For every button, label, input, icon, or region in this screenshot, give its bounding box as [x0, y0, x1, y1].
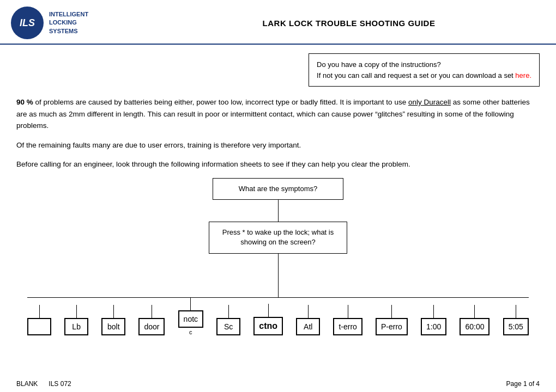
info-box-wrapper: Do you have a copy of the instructions? …	[16, 53, 540, 87]
branch-item-12: 5:05	[503, 305, 529, 335]
content-area: Do you have a copy of the instructions? …	[0, 45, 556, 344]
branch-box-12: 5:05	[503, 318, 529, 335]
branch-stem-8	[348, 305, 348, 318]
branch-box-6: ctno	[253, 317, 283, 335]
page-title: LARK LOCK TROUBLE SHOOTING GUIDE	[153, 19, 545, 28]
branch-area: LbboltdoornotccScctnoAtlt-erroP-erro1:00…	[16, 297, 540, 335]
branch-box-5: Sc	[216, 318, 240, 335]
p1-bold: 90 %	[16, 98, 33, 106]
branch-stem-3	[152, 305, 152, 318]
paragraph-3: Before calling for an engineer, look thr…	[16, 158, 540, 170]
logo-area: ILS INTELLIGENT LOCKING SYSTEMS	[11, 7, 153, 39]
branch-item-3: door	[138, 305, 165, 335]
branch-stem-7	[308, 305, 309, 318]
footer-doc-number: ILS 072	[49, 380, 71, 388]
branch-box-1: Lb	[64, 318, 88, 335]
branch-box-2: bolt	[101, 318, 125, 335]
flow-connector-1	[278, 200, 279, 222]
branch-stem-1	[76, 305, 77, 318]
branch-item-7: Atl	[296, 305, 320, 335]
branch-stem-12	[516, 305, 516, 318]
flowchart-box2: Press * to wake up the lock; what is sho…	[209, 222, 347, 253]
company-name: INTELLIGENT LOCKING SYSTEMS	[49, 10, 88, 35]
branch-stem-2	[113, 305, 114, 318]
branch-items-row: LbboltdoornotccScctnoAtlt-erroP-erro1:00…	[16, 297, 540, 335]
branch-stem-4	[190, 297, 191, 310]
flowchart-box1: What are the symptoms?	[213, 178, 343, 200]
branch-box-9: P-erro	[376, 318, 408, 335]
branch-box-10: 1:00	[421, 318, 446, 335]
logo-circle: ILS	[11, 7, 44, 39]
branch-item-9: P-erro	[376, 305, 408, 335]
branch-item-4: notcc	[178, 297, 203, 335]
branch-sublabel-4: c	[189, 329, 192, 335]
horizontal-branch-line	[27, 297, 529, 298]
paragraph-1: 90 % of problems are caused by batteries…	[16, 96, 540, 132]
branch-box-3: door	[138, 318, 165, 335]
p1-underline: only Duracell	[408, 98, 451, 106]
header: ILS INTELLIGENT LOCKING SYSTEMS LARK LOC…	[0, 0, 556, 45]
branch-box-11: 60:00	[460, 318, 489, 335]
p1-rest: of problems are caused by batteries bein…	[33, 98, 408, 106]
footer-page-info: Page 1 of 4	[506, 380, 540, 388]
branch-stem-11	[474, 305, 475, 318]
flow-connector-2	[278, 254, 279, 297]
branch-box-0	[27, 318, 51, 335]
branch-stem-0	[39, 305, 40, 318]
branch-stem-10	[433, 305, 434, 318]
paragraph-2: Of the remaining faults many are due to …	[16, 139, 540, 151]
branch-item-10: 1:00	[421, 305, 446, 335]
logo-ils-text: ILS	[20, 17, 35, 29]
branch-stem-9	[391, 305, 392, 318]
branch-item-8: t-erro	[333, 305, 362, 335]
branch-item-1: Lb	[64, 305, 88, 335]
branch-box-4: notc	[178, 310, 203, 328]
info-line1: Do you have a copy of the instructions?	[317, 60, 441, 69]
info-line2: If not you can call and request a set or…	[317, 71, 513, 79]
branch-box-7: Atl	[296, 318, 320, 335]
info-box: Do you have a copy of the instructions? …	[309, 53, 540, 87]
footer-left: BLANK ILS 072	[16, 380, 71, 388]
footer-blank: BLANK	[16, 380, 38, 388]
branch-item-2: bolt	[101, 305, 125, 335]
branch-stem-6	[268, 304, 269, 317]
branch-stem-5	[228, 305, 229, 318]
branch-item-5: Sc	[216, 305, 240, 335]
branch-item-6: ctno	[253, 304, 283, 335]
branch-item-0	[27, 305, 51, 335]
info-link[interactable]: here.	[515, 71, 531, 79]
branch-item-11: 60:00	[460, 305, 489, 335]
branch-box-8: t-erro	[333, 318, 362, 335]
footer: BLANK ILS 072 Page 1 of 4	[0, 380, 556, 388]
flowchart: What are the symptoms? Press * to wake u…	[16, 178, 540, 335]
